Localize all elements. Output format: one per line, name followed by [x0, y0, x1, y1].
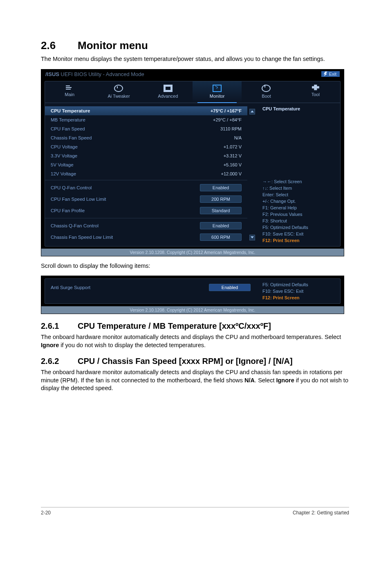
bios-screenshot-main: /ISUS UEFI BIOS Utility - Advanced Mode … [41, 69, 344, 256]
row-value: 3110 RPM [220, 126, 242, 131]
tab-advanced[interactable]: Advanced [143, 81, 193, 103]
row-chassis-qfan-control[interactable]: Chassis Q-Fan ControlEnabled [45, 220, 247, 231]
tab-ai-tweaker[interactable]: Ai Tweaker [94, 81, 143, 103]
chapter-label: Chapter 2: Getting started [293, 510, 349, 516]
help-line: F3: Shortcut [262, 218, 336, 223]
row-value: +5.160 V [224, 162, 242, 167]
bolt-icon [324, 72, 327, 76]
scroll-down-icon[interactable] [249, 235, 255, 240]
row-mb-temperature[interactable]: MB Temperature+29°C / +84°F [45, 115, 247, 124]
bios-help-panel: F5: Optimized Defaults F10: Save ESC: Ex… [256, 279, 340, 303]
tab-boot[interactable]: Boot [242, 81, 291, 103]
row-cpu-fan-speed[interactable]: CPU Fan Speed3110 RPM [45, 124, 247, 133]
bios-brand: /ISUS [45, 71, 59, 77]
scroll-note: Scroll down to display the following ite… [41, 262, 349, 270]
bios-version-footer: Version 2.10.1208. Copyright (C) 2012 Am… [41, 249, 344, 256]
row-label: CPU Voltage [51, 144, 78, 149]
row-value: +75°C / +167°F [211, 108, 242, 113]
section-heading: 2.6Monitor menu [41, 39, 349, 52]
power-icon [262, 85, 271, 92]
help-line: F5: Optimized Defaults [262, 282, 336, 287]
help-title: CPU Temperature [262, 106, 336, 111]
help-line: F10: Save ESC: Exit [262, 289, 336, 294]
row-value: +12.000 V [221, 171, 242, 176]
row-3v3-voltage[interactable]: 3.3V Voltage+3.312 V [45, 151, 247, 160]
tab-label: Boot [262, 94, 271, 99]
chip-icon [164, 85, 173, 92]
row-cpu-voltage[interactable]: CPU Voltage+1.072 V [45, 142, 247, 151]
tab-tool[interactable]: Tool [291, 81, 340, 103]
row-value-pill[interactable]: 200 RPM [200, 195, 242, 203]
help-line: Enter: Select [262, 192, 336, 197]
help-line: →←: Select Screen [262, 179, 336, 184]
help-line: +/-: Change Opt. [262, 199, 336, 204]
separator [45, 180, 247, 180]
tab-monitor[interactable]: Monitor [193, 81, 242, 103]
row-cpu-temperature[interactable]: CPU Temperature+75°C / +167°F [45, 106, 247, 115]
help-line: ↑↓: Select Item [262, 186, 336, 191]
bios-version-footer: Version 2.10.1208. Copyright (C) 2012 Am… [41, 306, 344, 314]
tab-label: Ai Tweaker [108, 94, 130, 99]
row-label: Chassis Fan Speed Low Limit [51, 235, 113, 240]
subsection-body: The onboard hardware monitor automatical… [41, 368, 349, 393]
help-line: F1: General Help [262, 205, 336, 210]
row-label: Anti Surge Support [51, 285, 90, 290]
row-value-pill[interactable]: Enabled [209, 284, 251, 291]
row-chassis-fan-low-limit[interactable]: Chassis Fan Speed Low Limit600 RPM [45, 231, 247, 243]
row-value-pill[interactable]: 600 RPM [200, 233, 242, 241]
row-value: +29°C / +84°F [213, 117, 242, 122]
help-line-highlight: F12: Print Screen [262, 295, 336, 300]
tab-label: Main [65, 92, 74, 97]
page-footer: 2-20 Chapter 2: Getting started [41, 507, 349, 516]
subsection-body: The onboard hardware monitor automatical… [41, 333, 349, 349]
section-title: Monitor menu [78, 39, 148, 52]
bios-tabs: Main Ai Tweaker Advanced Monitor Boot To… [45, 81, 340, 103]
row-label: CPU Fan Speed [51, 126, 85, 131]
row-cpu-fan-low-limit[interactable]: CPU Fan Speed Low Limit200 RPM [45, 193, 247, 205]
bios-screenshot-strip: Anti Surge Support Enabled F5: Optimized… [41, 276, 344, 314]
subsection-number: 2.6.1 [41, 321, 78, 331]
scroll-up-icon[interactable] [249, 109, 255, 114]
row-label: CPU Q-Fan Control [51, 185, 92, 190]
row-value: +1.072 V [224, 144, 242, 149]
help-line-highlight: F12: Print Screen [262, 238, 336, 243]
list-icon [66, 85, 73, 90]
row-12v-voltage[interactable]: 12V Voltage+12.000 V [45, 169, 247, 178]
row-cpu-fan-profile[interactable]: CPU Fan ProfileStandard [45, 205, 247, 216]
help-line: F5: Optimized Defaults [262, 225, 336, 230]
subsection-heading: 2.6.2CPU / Chassis Fan Speed [xxxx RPM] … [41, 357, 349, 366]
bios-help-panel: CPU Temperature →←: Select Screen ↑↓: Se… [256, 103, 340, 246]
row-chassis-fan-speed[interactable]: Chassis Fan SpeedN/A [45, 133, 247, 142]
row-label: 12V Voltage [51, 171, 76, 176]
row-value: N/A [234, 135, 242, 140]
row-5v-voltage[interactable]: 5V Voltage+5.160 V [45, 160, 247, 169]
row-value-pill[interactable]: Enabled [200, 222, 242, 229]
tab-main[interactable]: Main [45, 81, 94, 103]
tool-icon [312, 85, 319, 90]
row-label: MB Temperature [51, 117, 85, 122]
exit-label: Exit [329, 72, 336, 76]
bios-titlebar: /ISUS UEFI BIOS Utility - Advanced Mode … [41, 70, 344, 79]
intro-paragraph: The Monitor menu displays the system tem… [41, 55, 349, 63]
row-label: 3.3V Voltage [51, 153, 77, 158]
help-line: F10: Save ESC: Exit [262, 231, 336, 236]
subsection-number: 2.6.2 [41, 357, 78, 366]
scrollbar[interactable] [247, 106, 256, 243]
row-label: CPU Fan Speed Low Limit [51, 197, 106, 202]
subsection-heading: 2.6.1CPU Temperature / MB Temperature [x… [41, 321, 349, 331]
row-label: Chassis Fan Speed [51, 135, 92, 140]
row-label: Chassis Q-Fan Control [51, 223, 99, 228]
monitor-icon [213, 85, 222, 92]
row-value-pill[interactable]: Standard [200, 207, 242, 214]
subsection-title: CPU / Chassis Fan Speed [xxxx RPM] or [I… [78, 357, 293, 366]
row-label: CPU Temperature [51, 108, 90, 113]
tab-label: Tool [312, 92, 320, 97]
row-value-pill[interactable]: Enabled [200, 184, 242, 191]
row-label: 5V Voltage [51, 162, 74, 167]
page-number: 2-20 [41, 510, 51, 516]
exit-button[interactable]: Exit [321, 71, 340, 77]
row-cpu-qfan-control[interactable]: CPU Q-Fan ControlEnabled [45, 182, 247, 193]
row-anti-surge[interactable]: Anti Surge Support Enabled [45, 281, 256, 294]
tab-label: Advanced [158, 94, 178, 99]
row-label: CPU Fan Profile [51, 208, 85, 213]
